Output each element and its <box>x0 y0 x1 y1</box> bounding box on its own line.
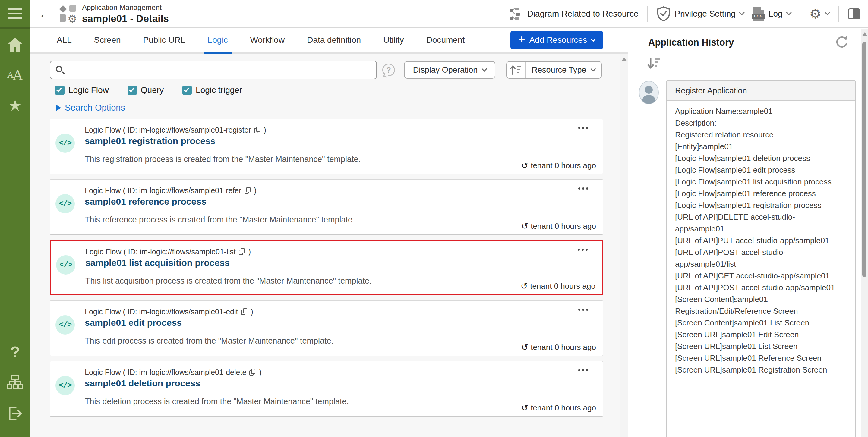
refresh-button[interactable] <box>835 35 848 50</box>
filter-checkbox-logic-flow[interactable]: Logic Flow <box>55 85 109 95</box>
resource-card-register[interactable]: </> Logic Flow ( ID: im-logic://flows/sa… <box>50 119 603 174</box>
home-icon[interactable] <box>0 33 30 57</box>
card-menu-button[interactable] <box>578 187 588 190</box>
copy-icon[interactable] <box>249 369 256 376</box>
logout-icon[interactable] <box>0 401 30 426</box>
checkbox-checked-icon <box>182 86 192 95</box>
settings-dropdown[interactable]: ⚙ <box>809 7 829 21</box>
resource-title-link[interactable]: sample01 registration process <box>85 136 216 146</box>
sort-descending-icon <box>647 58 660 70</box>
history-detail-line: [Logic Flow]sample01 registration proces… <box>675 199 839 211</box>
side-panel-icon <box>848 8 860 19</box>
history-detail-line: [Screen URL]sample01 Edit Screen <box>675 329 839 341</box>
back-button[interactable]: ← <box>39 7 51 20</box>
logic-flow-icon: </> <box>56 133 75 153</box>
card-menu-button[interactable] <box>578 309 588 311</box>
chevron-down-icon <box>482 66 487 71</box>
resource-title-link[interactable]: sample01 list acquisition process <box>85 258 230 268</box>
filter-checkbox-logic-trigger[interactable]: Logic trigger <box>182 85 242 95</box>
history-event-card: Register Application Application Name:sa… <box>666 81 856 437</box>
search-options-toggle[interactable]: Search Options <box>56 103 125 113</box>
font-settings-icon[interactable]: AA <box>0 63 30 87</box>
history-detail-line: [URL of API]POST accel-studio-app/sample… <box>675 247 839 270</box>
history-sort-button[interactable] <box>647 58 660 70</box>
history-detail-line: [URL of API]DELETE accel-studio-app/samp… <box>675 211 839 235</box>
main-scrollbar[interactable] <box>620 54 628 437</box>
history-detail-line: [Entity]sample01 <box>675 141 839 153</box>
tab-data-definition[interactable]: Data definition <box>307 29 361 52</box>
application-history-panel: Application History Register Application… <box>628 29 861 437</box>
history-scrollbar[interactable] <box>861 29 868 437</box>
search-toolbar: ? Display Operation Resource Type <box>50 61 603 79</box>
card-menu-button[interactable] <box>578 249 588 251</box>
logic-flow-icon: </> <box>56 194 75 213</box>
diagram-related-button[interactable]: Diagram Related to Resource <box>509 7 639 20</box>
help-icon[interactable]: ? <box>0 340 30 364</box>
resource-type-dropdown[interactable]: Resource Type <box>526 65 601 75</box>
resource-description: This list acquisition process is created… <box>85 276 372 286</box>
resource-card-refer[interactable]: </> Logic Flow ( ID: im-logic://flows/sa… <box>50 179 603 235</box>
chevron-down-icon <box>590 66 596 71</box>
history-detail-line: [URL of API]POST accel-studio-app/sample… <box>675 282 839 293</box>
tab-utility[interactable]: Utility <box>383 29 404 52</box>
tab-document[interactable]: Document <box>426 29 465 52</box>
display-operation-dropdown[interactable]: Display Operation <box>404 61 495 79</box>
tab-logic[interactable]: Logic <box>208 29 228 52</box>
resource-title-link[interactable]: sample01 reference process <box>85 196 207 207</box>
resource-description: This deletion process is created from th… <box>85 397 349 406</box>
tab-all[interactable]: ALL <box>57 29 72 52</box>
tab-workflow[interactable]: Workflow <box>250 29 285 52</box>
scroll-up-icon[interactable] <box>622 57 626 61</box>
resource-card-delete[interactable]: </> Logic Flow ( ID: im-logic://flows/sa… <box>50 361 603 416</box>
add-resources-button[interactable]: + Add Resources <box>510 31 603 50</box>
chevron-down-icon <box>739 10 744 15</box>
resource-card-list-highlighted[interactable]: </> Logic Flow ( ID: im-logic://flows/sa… <box>50 240 603 295</box>
favorites-icon[interactable]: ★ <box>0 93 30 118</box>
checkbox-checked-icon <box>55 86 64 95</box>
search-box <box>50 61 377 79</box>
resource-title-link[interactable]: sample01 deletion process <box>85 378 200 388</box>
search-input[interactable] <box>68 61 370 79</box>
menu-icon[interactable] <box>0 2 30 25</box>
resource-id-line: Logic Flow ( ID: im-logic://flows/sample… <box>85 368 262 377</box>
copy-icon[interactable] <box>245 187 251 194</box>
resource-description: This registration process is created fro… <box>85 155 361 164</box>
toggle-side-panel-button[interactable] <box>848 8 860 19</box>
scrollbar-thumb[interactable] <box>862 42 867 277</box>
search-help-icon[interactable]: ? <box>382 64 395 76</box>
card-menu-button[interactable] <box>578 369 588 371</box>
type-filters: Logic Flow Query Logic trigger <box>55 85 603 95</box>
sort-order-button[interactable] <box>507 62 526 78</box>
copy-icon[interactable] <box>239 248 245 256</box>
history-detail-line: [Screen URL]sample01 Reference Screen <box>675 352 839 364</box>
card-menu-button[interactable] <box>578 127 588 129</box>
privilege-setting-label: Privilege Setting <box>675 9 735 19</box>
filter-checkbox-query[interactable]: Query <box>127 85 164 95</box>
tab-screen[interactable]: Screen <box>94 29 121 52</box>
history-icon: ↺ <box>521 222 528 230</box>
history-detail-line: Application Name:sample01 <box>675 105 839 117</box>
log-dropdown[interactable]: LOG Log <box>753 7 791 21</box>
copy-icon[interactable] <box>254 127 261 134</box>
resource-id-line: Logic Flow ( ID: im-logic://flows/sample… <box>85 247 251 256</box>
history-detail-line: [Logic Flow]sample01 list acquisition pr… <box>675 176 839 188</box>
history-detail-line: [Logic Flow]sample01 reference process <box>675 188 839 199</box>
global-sidebar: AA ★ ? <box>0 0 30 437</box>
resource-title-link[interactable]: sample01 edit process <box>85 318 182 328</box>
scroll-up-icon[interactable] <box>862 32 867 36</box>
last-updated: ↺ tenant 0 hours ago <box>521 161 596 170</box>
header-divider <box>800 6 801 22</box>
logic-flow-icon: </> <box>56 315 75 335</box>
copy-icon[interactable] <box>241 308 248 316</box>
header-actions: Diagram Related to Resource Privilege Se… <box>509 6 868 22</box>
sitemap-icon[interactable] <box>0 370 30 394</box>
resource-card-edit[interactable]: </> Logic Flow ( ID: im-logic://flows/sa… <box>50 301 603 356</box>
tab-public-url[interactable]: Public URL <box>143 29 185 52</box>
resource-description: This edit process is created from the "M… <box>85 336 334 346</box>
last-updated: ↺ tenant 0 hours ago <box>521 403 596 413</box>
logic-flow-icon: </> <box>56 376 75 395</box>
sidebar-divider <box>0 27 30 29</box>
privilege-setting-dropdown[interactable]: Privilege Setting <box>657 6 743 22</box>
history-detail-line: [URL of API]GET accel-studio-app/sample0… <box>675 270 839 282</box>
chevron-down-icon <box>590 36 596 41</box>
